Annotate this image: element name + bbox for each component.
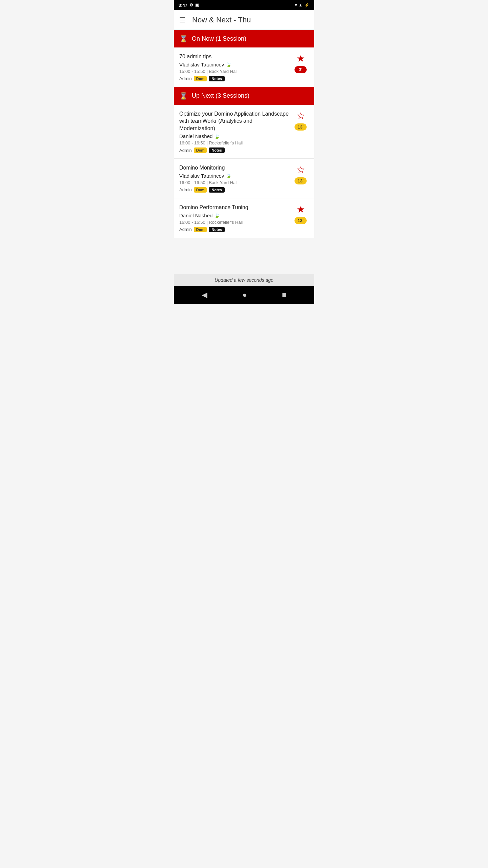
timer-badge: 13' [294, 217, 307, 224]
speaker-leaf-icon: 🍃 [226, 62, 231, 67]
timer-badge: 13' [294, 177, 307, 184]
tag-notes: Notes [209, 147, 225, 153]
star-icon[interactable]: ☆ [297, 110, 305, 121]
wifi-icon: ▾ [295, 3, 297, 7]
session-title: Domino Monitoring [179, 164, 289, 172]
session-tags: Admin DomNotes [179, 187, 289, 193]
nav-bar: ◀ ● ■ [174, 286, 314, 304]
tag-notes: Notes [209, 227, 225, 232]
session-info: 70 admin tips Vladislav Tatarincev 🍃 15:… [179, 53, 292, 81]
session-card[interactable]: Optimize your Domino Application Landsca… [174, 105, 314, 159]
signal-icon: ▲ [299, 3, 303, 7]
section-header-up-next: ⌛ Up Next (3 Sessions) [174, 87, 314, 105]
status-left: 3:47 ⚙ ▣ [179, 3, 199, 8]
tag-category: Admin [179, 76, 192, 81]
status-time: 3:47 [179, 3, 187, 8]
session-time: 16:00 - 16:50 | Rockefeller's Hall [179, 220, 289, 225]
session-card[interactable]: Domino Performance Tuning Daniel Nashed … [174, 198, 314, 238]
session-info: Optimize your Domino Application Landsca… [179, 110, 292, 153]
session-title: 70 admin tips [179, 53, 289, 60]
battery-icon: ⚡ [304, 3, 309, 7]
session-tags: Admin DomNotes [179, 227, 289, 232]
session-actions: ★ 3' [292, 53, 309, 73]
page-title: Now & Next - Thu [192, 16, 251, 24]
session-title: Optimize your Domino Application Landsca… [179, 110, 289, 132]
status-right: ▾ ▲ ⚡ [295, 3, 309, 7]
tag-category: Admin [179, 148, 192, 153]
session-speaker: Daniel Nashed 🍃 [179, 213, 289, 218]
star-icon[interactable]: ★ [297, 53, 305, 64]
back-button[interactable]: ◀ [202, 291, 207, 299]
session-actions: ☆ 13' [292, 110, 309, 131]
menu-icon[interactable]: ☰ [179, 16, 185, 24]
hourglass-icon: ⌛ [179, 35, 188, 43]
speaker-leaf-icon: 🍃 [226, 173, 231, 178]
home-button[interactable]: ● [242, 291, 247, 299]
main-content: ⌛ On Now (1 Session) 70 admin tips Vladi… [174, 30, 314, 238]
session-tags: Admin DomNotes [179, 147, 289, 153]
status-bar: 3:47 ⚙ ▣ ▾ ▲ ⚡ [174, 0, 314, 10]
section-label: On Now (1 Session) [192, 35, 246, 42]
session-time: 15:00 - 15:50 | Back Yard Hall [179, 69, 289, 74]
session-card[interactable]: 70 admin tips Vladislav Tatarincev 🍃 15:… [174, 47, 314, 87]
session-speaker: Vladislav Tatarincev 🍃 [179, 173, 289, 179]
session-actions: ☆ 13' [292, 164, 309, 184]
section-label: Up Next (3 Sessions) [192, 92, 249, 99]
timer-badge: 3' [294, 66, 307, 73]
session-title: Domino Performance Tuning [179, 204, 289, 211]
session-speaker: Daniel Nashed 🍃 [179, 133, 289, 139]
recent-button[interactable]: ■ [282, 291, 286, 299]
app-bar: ☰ Now & Next - Thu [174, 10, 314, 30]
tag-dom: Dom [194, 187, 207, 193]
section-header-on-now: ⌛ On Now (1 Session) [174, 30, 314, 47]
session-info: Domino Performance Tuning Daniel Nashed … [179, 204, 292, 232]
tag-category: Admin [179, 187, 192, 192]
sdcard-icon: ▣ [195, 3, 199, 7]
tag-dom: Dom [194, 147, 207, 153]
session-speaker: Vladislav Tatarincev 🍃 [179, 62, 289, 67]
timer-badge: 13' [294, 123, 307, 131]
speaker-leaf-icon: 🍃 [214, 213, 220, 218]
session-info: Domino Monitoring Vladislav Tatarincev 🍃… [179, 164, 292, 193]
session-time: 16:00 - 16:50 | Back Yard Hall [179, 180, 289, 185]
star-icon[interactable]: ☆ [297, 164, 305, 175]
settings-icon: ⚙ [189, 3, 193, 7]
tag-notes: Notes [209, 187, 225, 193]
session-actions: ★ 13' [292, 204, 309, 224]
speaker-leaf-icon: 🍃 [214, 134, 220, 139]
star-icon[interactable]: ★ [297, 204, 305, 215]
session-time: 16:00 - 16:50 | Rockefeller's Hall [179, 140, 289, 145]
session-card[interactable]: Domino Monitoring Vladislav Tatarincev 🍃… [174, 159, 314, 198]
session-tags: Admin DomNotes [179, 76, 289, 81]
footer-update: Updated a few seconds ago [174, 274, 314, 286]
tag-dom: Dom [194, 227, 207, 232]
hourglass-icon: ⌛ [179, 92, 188, 100]
tag-dom: Dom [194, 76, 207, 81]
tag-category: Admin [179, 227, 192, 232]
tag-notes: Notes [209, 76, 225, 81]
